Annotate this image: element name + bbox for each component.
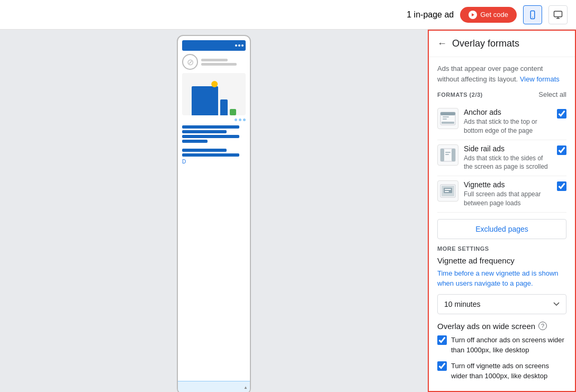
svg-rect-18 — [445, 189, 451, 190]
svg-rect-19 — [445, 191, 449, 192]
mobile-device-button[interactable] — [523, 5, 542, 24]
side-rail-ads-name: Side rail ads — [464, 144, 552, 153]
phone-banner-ad: ▲ — [178, 381, 250, 392]
vignette-frequency-desc: Time before a new vignette ad is shown w… — [437, 268, 566, 289]
anchor-ads-icon — [437, 108, 458, 129]
topbar: 1 in-page ad Get code — [0, 0, 576, 30]
desktop-icon — [553, 10, 563, 20]
formats-section-label: FORMATS (2/3) — [437, 92, 483, 98]
panel-body: Ads that appear over page content withou… — [429, 57, 575, 392]
side-rail-ads-info: Side rail ads Ads that stick to the side… — [464, 144, 552, 172]
phone-text — [182, 125, 246, 157]
get-code-label: Get code — [480, 11, 508, 19]
phone-preview: ⊘ — [177, 35, 251, 392]
vignette-ads-checkbox[interactable] — [557, 181, 566, 191]
in-page-ad-label: 1 in-page ad — [407, 10, 454, 20]
frequency-select[interactable]: 10 minutes 5 minutes 15 minutes 30 minut… — [437, 294, 566, 314]
format-vignette-ads: Vignette ads Full screen ads that appear… — [437, 176, 566, 213]
right-panel: ← Overlay formats Ads that appear over p… — [428, 30, 576, 392]
main-content: ⊘ — [0, 30, 576, 392]
svg-rect-7 — [442, 122, 454, 124]
vignette-ads-name: Vignette ads — [464, 180, 552, 189]
svg-rect-2 — [554, 11, 562, 17]
panel-description: Ads that appear over page content withou… — [437, 63, 566, 84]
desktop-device-button[interactable] — [548, 5, 568, 24]
anchor-ads-desc: Ads that stick to the top or bottom edge… — [464, 117, 552, 135]
svg-rect-13 — [445, 152, 451, 153]
format-side-rail-ads: Side rail ads Ads that stick to the side… — [437, 140, 566, 177]
vignette-ads-desc: Full screen ads that appear between page… — [464, 190, 552, 208]
anchor-ads-checkbox[interactable] — [557, 109, 566, 118]
format-anchor-ads: Anchor ads Ads that stick to the top or … — [437, 104, 566, 140]
wide-screen-vignette-text: Turn off vignette ads on screens wider t… — [451, 361, 566, 381]
svg-rect-14 — [445, 154, 449, 155]
wide-screen-anchor-text: Turn off anchor ads on screens wider tha… — [451, 335, 566, 355]
svg-rect-6 — [440, 112, 455, 115]
side-rail-ads-checkbox[interactable] — [557, 145, 566, 155]
panel-header: ← Overlay formats — [429, 31, 575, 57]
vignette-frequency-title: Vignette ad frequency — [437, 256, 566, 265]
view-formats-link[interactable]: View formats — [520, 75, 560, 83]
wide-screen-option-anchor: Turn off anchor ads on screens wider tha… — [437, 335, 566, 355]
svg-rect-9 — [443, 118, 447, 120]
overlay-wide-title: Overlay ads on wide screen — [437, 322, 535, 331]
svg-rect-11 — [440, 149, 444, 161]
vignette-ads-info: Vignette ads Full screen ads that appear… — [464, 180, 552, 208]
wide-screen-anchor-checkbox[interactable] — [437, 335, 447, 345]
play-icon — [469, 11, 477, 19]
svg-rect-12 — [452, 149, 455, 161]
ad-badge: ▲ — [244, 385, 248, 390]
svg-rect-17 — [444, 188, 452, 193]
overlay-wide-header: Overlay ads on wide screen ? — [437, 322, 566, 331]
svg-rect-8 — [443, 116, 449, 117]
get-code-button[interactable]: Get code — [460, 7, 517, 23]
select-all-button[interactable]: Select all — [538, 90, 566, 98]
anchor-ads-name: Anchor ads — [464, 108, 552, 116]
circle-illustration: ⊘ — [182, 54, 198, 70]
more-settings-label: MORE SETTINGS — [437, 245, 566, 252]
vignette-ads-icon — [437, 180, 458, 202]
mobile-icon — [528, 10, 537, 20]
phone-header — [182, 40, 246, 51]
side-rail-ads-icon — [437, 144, 458, 166]
preview-area: ⊘ — [0, 30, 428, 392]
wide-screen-option-vignette: Turn off vignette ads on screens wider t… — [437, 361, 566, 381]
anchor-ads-info: Anchor ads Ads that stick to the top or … — [464, 108, 552, 135]
wide-screen-vignette-checkbox[interactable] — [437, 361, 447, 371]
help-icon[interactable]: ? — [538, 322, 547, 330]
svg-point-1 — [532, 16, 533, 17]
panel-title: Overlay formats — [452, 38, 519, 49]
side-rail-ads-desc: Ads that stick to the sides of the scree… — [464, 154, 552, 172]
excluded-pages-button[interactable]: Excluded pages — [437, 219, 566, 239]
back-button[interactable]: ← — [437, 38, 447, 49]
formats-header: FORMATS (2/3) Select all — [437, 90, 566, 98]
